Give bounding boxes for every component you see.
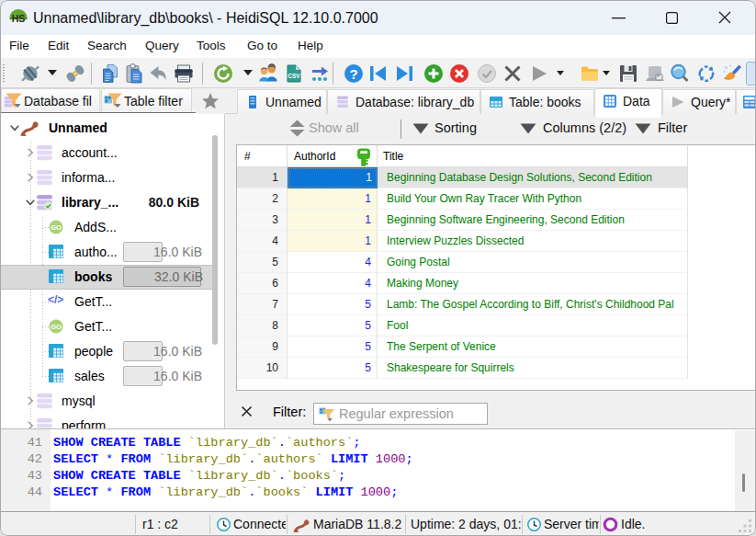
svg-text:?: ? [349, 66, 357, 82]
svg-text:HS: HS [12, 13, 26, 24]
svg-text:CSV: CSV [288, 73, 300, 79]
